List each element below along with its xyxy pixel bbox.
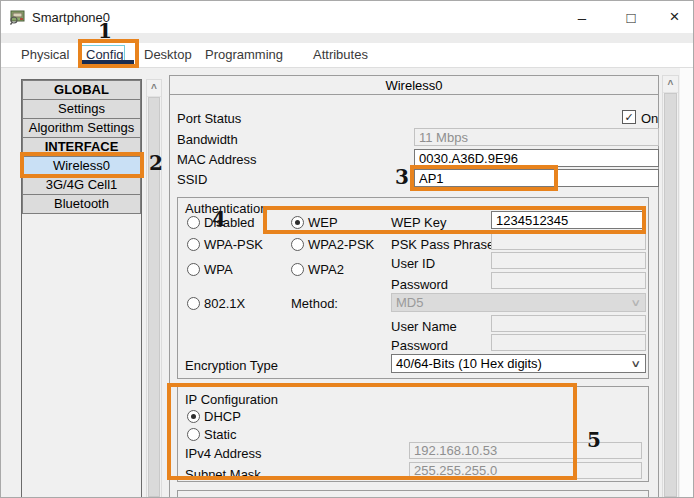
- sidebar-header-interface: INTERFACE: [22, 137, 141, 157]
- radio-wpa2-psk[interactable]: [291, 238, 304, 251]
- ipv6-configuration-title: IPv6 Configuration: [185, 494, 292, 498]
- radio-wpa[interactable]: [187, 263, 200, 276]
- panel-title: Wireless0: [169, 76, 659, 95]
- close-icon: ×: [670, 7, 680, 27]
- sidebar-item-algorithm-settings[interactable]: Algorithm Settings: [22, 118, 141, 138]
- port-status-checkbox[interactable]: ✓: [622, 110, 636, 124]
- annotation-step-3: 3: [395, 167, 409, 187]
- ssid-field[interactable]: [414, 169, 659, 187]
- bandwidth-label: Bandwidth: [177, 132, 238, 147]
- password-field: [491, 272, 646, 289]
- radio-static[interactable]: [187, 428, 200, 441]
- radio-static-label[interactable]: Static: [204, 427, 237, 442]
- ipv4-address-field: [409, 442, 642, 459]
- sidebar-item-3g4g-cell1[interactable]: 3G/4G Cell1: [22, 175, 141, 195]
- right-margin: [680, 68, 694, 498]
- radio-802-1x[interactable]: [187, 297, 200, 310]
- radio-wpa-psk-label[interactable]: WPA-PSK: [204, 237, 263, 252]
- wep-key-label: WEP Key: [391, 215, 446, 230]
- ipv4-address-label: IPv4 Address: [185, 446, 262, 461]
- annotation-step-5: 5: [587, 430, 601, 450]
- password2-label: Password: [391, 338, 448, 353]
- sidebar-scrollbar[interactable]: ^: [146, 79, 162, 498]
- annotation-step-2: 2: [149, 153, 163, 173]
- sidebar-item-wireless0[interactable]: Wireless0: [22, 156, 141, 176]
- bandwidth-field: [414, 128, 659, 146]
- user-id-field: [491, 252, 646, 269]
- encryption-type-label: Encryption Type: [185, 358, 278, 373]
- method-value: MD5: [396, 295, 423, 310]
- scroll-up-icon[interactable]: ^: [147, 80, 161, 97]
- radio-wpa2[interactable]: [291, 263, 304, 276]
- minimize-icon: –: [578, 9, 586, 26]
- radio-dhcp-label[interactable]: DHCP: [204, 409, 241, 424]
- close-button[interactable]: ×: [654, 1, 694, 33]
- radio-wep-label[interactable]: WEP: [308, 215, 338, 230]
- encryption-type-select[interactable]: 40/64-Bits (10 Hex digits) ∨: [391, 354, 646, 373]
- check-icon: ✓: [624, 112, 633, 123]
- radio-disabled[interactable]: [187, 216, 200, 229]
- wep-key-field[interactable]: [491, 211, 646, 229]
- tab-desktop[interactable]: Desktop: [144, 47, 192, 62]
- radio-wpa-psk[interactable]: [187, 238, 200, 251]
- radio-wpa-label[interactable]: WPA: [204, 262, 233, 277]
- device-config-window: Smartphone0 – □ × Physical Config Deskto…: [0, 0, 694, 498]
- radio-802-1x-label[interactable]: 802.1X: [204, 296, 245, 311]
- chevron-down-icon: ∨: [630, 297, 641, 308]
- sidebar-item-bluetooth[interactable]: Bluetooth: [22, 194, 141, 214]
- radio-wep[interactable]: [291, 216, 304, 229]
- encryption-type-value: 40/64-Bits (10 Hex digits): [396, 356, 542, 371]
- tab-programming[interactable]: Programming: [205, 47, 283, 62]
- password2-field: [491, 334, 646, 351]
- scroll-up-icon[interactable]: ^: [663, 76, 678, 93]
- annotation-step-4: 4: [212, 209, 226, 229]
- sidebar: GLOBAL Settings Algorithm Settings INTER…: [21, 79, 142, 498]
- main-scrollbar[interactable]: ^: [662, 75, 679, 498]
- psk-pass-phrase-label: PSK Pass Phrase: [391, 237, 494, 252]
- config-tab-underline: [82, 60, 134, 67]
- password-label: Password: [391, 277, 448, 292]
- tab-physical[interactable]: Physical: [21, 47, 69, 62]
- main-scrollbar-thumb[interactable]: [664, 93, 677, 497]
- subnet-mask-label: Subnet Mask: [185, 467, 261, 482]
- user-id-label: User ID: [391, 256, 435, 271]
- sidebar-item-settings[interactable]: Settings: [22, 99, 141, 119]
- annotation-step-1: 1: [98, 21, 112, 41]
- subnet-mask-field: [409, 462, 642, 479]
- minimize-button[interactable]: –: [559, 1, 605, 33]
- user-name-label: User Name: [391, 319, 457, 334]
- app-icon: [10, 8, 27, 25]
- sidebar-header-global: GLOBAL: [22, 80, 141, 100]
- method-label: Method:: [291, 296, 338, 311]
- method-select: MD5 ∨: [391, 293, 646, 312]
- chevron-down-icon: ∨: [630, 358, 641, 369]
- port-status-on-label: On: [641, 111, 658, 126]
- maximize-button[interactable]: □: [608, 1, 654, 33]
- radio-wpa2-label[interactable]: WPA2: [308, 262, 344, 277]
- ip-configuration-title: IP Configuration: [185, 392, 278, 407]
- port-status-label: Port Status: [177, 111, 241, 126]
- authentication-title: Authentication: [185, 201, 267, 216]
- mac-address-label: MAC Address: [177, 152, 256, 167]
- mac-address-field[interactable]: [414, 149, 659, 167]
- ssid-label: SSID: [177, 172, 207, 187]
- radio-dhcp[interactable]: [187, 410, 200, 423]
- user-name-field: [491, 315, 646, 332]
- tab-attributes[interactable]: Attributes: [313, 47, 368, 62]
- maximize-icon: □: [626, 9, 635, 26]
- radio-wpa2-psk-label[interactable]: WPA2-PSK: [308, 237, 374, 252]
- psk-pass-phrase-field: [491, 233, 646, 250]
